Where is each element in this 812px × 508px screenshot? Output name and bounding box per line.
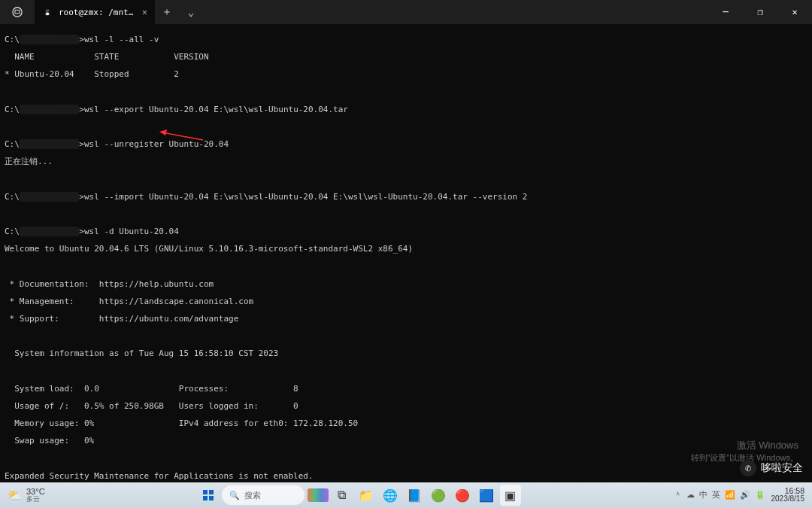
weather-desc: 多云 bbox=[26, 496, 45, 503]
svg-rect-13 bbox=[209, 496, 214, 500]
ime-indicator[interactable]: 中 bbox=[699, 489, 707, 500]
svg-point-5 bbox=[46, 10, 47, 11]
weather-icon: ⛅ bbox=[8, 488, 23, 503]
app-button-1[interactable]: 📘 bbox=[404, 485, 425, 506]
taskbar: ⛅ 33°C 多云 🔍 搜索 ⧉ 📁 🌐 📘 🟢 🔴 🟦 ▣ ＾ ☁ 中 英 bbox=[0, 482, 812, 508]
terminal-taskbar-button[interactable]: ▣ bbox=[500, 485, 521, 506]
search-input[interactable]: 🔍 搜索 bbox=[222, 485, 304, 505]
system-menu-icon[interactable] bbox=[0, 0, 35, 24]
app-button-2[interactable]: 🔴 bbox=[452, 485, 473, 506]
maximize-button[interactable]: ❐ bbox=[743, 0, 777, 24]
svg-point-6 bbox=[48, 10, 49, 11]
search-icon: 🔍 bbox=[229, 491, 240, 500]
weather-widget[interactable]: ⛅ 33°C 多云 bbox=[8, 488, 45, 503]
chrome-button[interactable]: 🟢 bbox=[428, 485, 449, 506]
edge-button[interactable]: 🌐 bbox=[380, 485, 401, 506]
explorer-button[interactable]: 📁 bbox=[356, 485, 377, 506]
tab-dropdown-button[interactable]: ⌄ bbox=[179, 6, 203, 18]
close-button[interactable]: ✕ bbox=[777, 0, 812, 24]
svg-rect-11 bbox=[209, 490, 214, 494]
tab-close-icon[interactable]: ✕ bbox=[142, 7, 147, 17]
terminal-content[interactable]: C:\ gy >wsl -l --all -v NAME STATE VERSI… bbox=[0, 24, 812, 508]
volume-icon[interactable]: 🔊 bbox=[740, 490, 750, 500]
onedrive-icon[interactable]: ☁ bbox=[686, 490, 695, 500]
system-tray[interactable]: ＾ ☁ 中 英 📶 🔊 🔋 bbox=[674, 489, 765, 500]
taskview-button[interactable]: ⧉ bbox=[332, 485, 353, 506]
new-tab-button[interactable]: ＋ bbox=[155, 5, 179, 19]
minimize-button[interactable]: ─ bbox=[708, 0, 743, 24]
tray-chevron-icon[interactable]: ＾ bbox=[674, 489, 682, 500]
battery-icon[interactable]: 🔋 bbox=[755, 490, 765, 500]
svg-rect-12 bbox=[203, 496, 208, 500]
taskbar-colored-widget[interactable] bbox=[308, 485, 329, 506]
app-button-3[interactable]: 🟦 bbox=[476, 485, 497, 506]
svg-rect-1 bbox=[15, 10, 20, 13]
svg-point-0 bbox=[13, 8, 22, 17]
clock[interactable]: 16:58 2023/8/15 bbox=[771, 487, 805, 503]
ime-indicator-2[interactable]: 英 bbox=[712, 489, 720, 500]
penguin-icon bbox=[42, 7, 53, 17]
titlebar: root@zmx: /mnt/c/Users/gyp ✕ ＋ ⌄ ─ ❐ ✕ bbox=[0, 0, 812, 24]
svg-rect-10 bbox=[203, 490, 208, 494]
start-button[interactable] bbox=[198, 485, 219, 506]
svg-point-4 bbox=[46, 12, 50, 15]
wifi-icon[interactable]: 📶 bbox=[725, 490, 735, 500]
tab-title: root@zmx: /mnt/c/Users/gyp bbox=[59, 8, 136, 17]
tab-active[interactable]: root@zmx: /mnt/c/Users/gyp ✕ bbox=[35, 0, 155, 24]
